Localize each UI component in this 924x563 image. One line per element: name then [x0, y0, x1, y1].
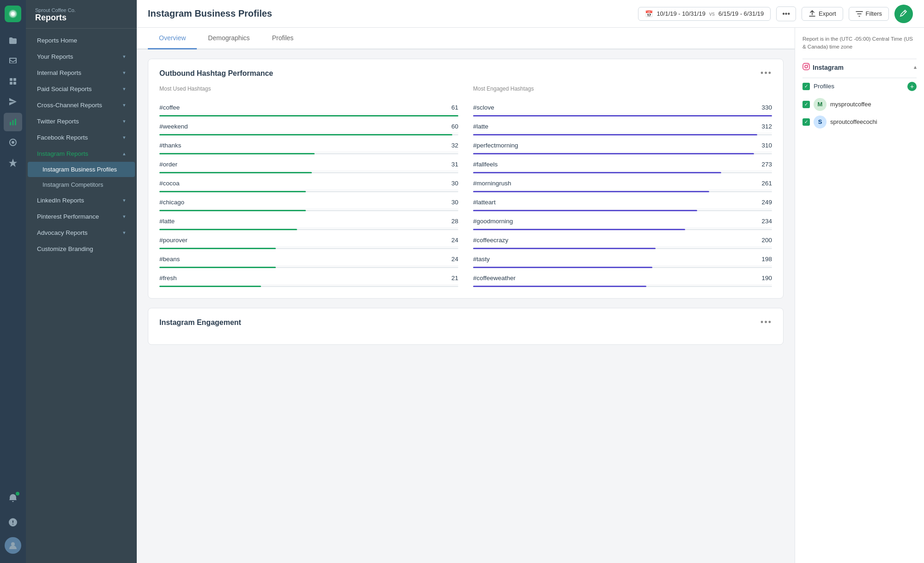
hashtag-bar-wrap	[159, 229, 458, 230]
hashtag-name: #thanks	[159, 142, 440, 149]
hashtag-row: #pourover 24	[159, 232, 458, 251]
chevron-down-icon: ▾	[123, 70, 126, 76]
hashtag-row-inner: #chicago 30	[159, 196, 458, 209]
hashtag-bar-wrap	[159, 134, 458, 135]
sidebar-item-linkedin[interactable]: LinkedIn Reports ▾	[28, 192, 135, 208]
calendar-icon: 📅	[645, 10, 653, 18]
chevron-down-icon: ▾	[123, 102, 126, 108]
svg-point-10	[11, 542, 15, 546]
sidebar-item-paid-social[interactable]: Paid Social Reports ▾	[28, 81, 135, 97]
engagement-panel-menu[interactable]: •••	[760, 318, 772, 327]
user-avatar[interactable]	[5, 537, 21, 554]
profile-item[interactable]: ✓ S sproutcoffeecochi	[802, 113, 917, 131]
hashtag-bar-wrap	[159, 248, 458, 249]
hashtag-bar	[473, 210, 697, 211]
sidebar-sub-instagram-business[interactable]: Instagram Business Profiles	[28, 162, 135, 177]
date-range-button[interactable]: 📅 10/1/19 - 10/31/19 vs 6/15/19 - 6/31/1…	[638, 7, 771, 21]
export-button[interactable]: Export	[802, 7, 843, 21]
filters-button[interactable]: Filters	[849, 7, 889, 21]
compose-button[interactable]	[894, 5, 913, 23]
sidebar-item-customize-branding[interactable]: Customize Branding	[28, 241, 135, 257]
sidebar-item-cross-channel[interactable]: Cross-Channel Reports ▾	[28, 97, 135, 113]
hashtag-count: 60	[444, 123, 458, 130]
hashtag-bar	[473, 248, 656, 249]
hashtag-bar	[473, 267, 652, 268]
hashtag-count: 198	[757, 256, 772, 263]
hashtag-row-inner: #thanks 32	[159, 139, 458, 152]
hashtag-bar	[473, 153, 754, 154]
sidebar-item-reports-home[interactable]: Reports Home	[28, 32, 135, 49]
profile-checkbox[interactable]: ✓	[802, 101, 810, 108]
collapse-icon[interactable]: ▴	[914, 64, 917, 70]
nav-reports-icon[interactable]	[4, 113, 22, 131]
svg-rect-5	[10, 122, 11, 125]
hashtag-name: #beans	[159, 256, 440, 263]
hashtag-name: #goodmorning	[473, 218, 754, 225]
sidebar-item-facebook[interactable]: Facebook Reports ▾	[28, 129, 135, 146]
tab-demographics[interactable]: Demographics	[197, 28, 261, 49]
profile-avatar: S	[814, 116, 827, 129]
hashtag-bar-wrap	[473, 115, 772, 116]
hashtag-bar	[473, 115, 772, 116]
hashtag-row-inner: #latteart 249	[473, 196, 772, 209]
hashtag-bar	[159, 153, 315, 154]
hashtag-count: 32	[444, 142, 458, 149]
hashtag-bar	[159, 115, 458, 116]
hashtag-row: #coffee 61	[159, 99, 458, 118]
hashtag-count: 61	[444, 104, 458, 111]
nav-star-icon[interactable]	[4, 153, 22, 172]
hashtag-row-inner: #fresh 21	[159, 272, 458, 285]
chevron-down-icon: ▾	[123, 230, 126, 236]
right-sidebar: Report is in the (UTC -05:00) Central Ti…	[795, 28, 924, 563]
sidebar-item-pinterest[interactable]: Pinterest Performance ▾	[28, 208, 135, 225]
divider	[802, 59, 917, 59]
hashtag-bar-wrap	[159, 153, 458, 154]
profiles-checkbox[interactable]: ✓	[802, 83, 810, 90]
tab-profiles[interactable]: Profiles	[261, 28, 305, 49]
hashtag-name: #coffee	[159, 104, 440, 111]
hashtag-row-inner: #latte 28	[159, 215, 458, 228]
chevron-down-icon: ▾	[123, 86, 126, 92]
sidebar-item-instagram[interactable]: Instagram Reports ▴	[28, 146, 135, 162]
hashtag-count: 31	[444, 161, 458, 168]
hashtag-grid: Most Used Hashtags #coffee 61 #weekend 6…	[159, 86, 772, 289]
page-title: Instagram Business Profiles	[148, 8, 632, 19]
sidebar-item-internal-reports[interactable]: Internal Reports ▾	[28, 65, 135, 81]
help-icon[interactable]	[4, 513, 22, 532]
nav-send-icon[interactable]	[4, 92, 22, 111]
report-tabs: Overview Demographics Profiles	[137, 28, 795, 49]
sidebar-item-advocacy[interactable]: Advocacy Reports ▾	[28, 225, 135, 241]
svg-point-13	[808, 64, 808, 65]
hashtag-bar	[473, 134, 757, 135]
nav-publish-icon[interactable]	[4, 72, 22, 91]
hashtag-row-inner: #beans 24	[159, 253, 458, 266]
hashtag-name: #pourover	[159, 237, 440, 244]
app-logo[interactable]	[5, 6, 21, 22]
profile-list: ✓ M mysproutcoffee ✓ S sproutcoffeecochi	[802, 96, 917, 131]
hashtag-row-inner: #coffeecrazy 200	[473, 234, 772, 247]
nav-campaigns-icon[interactable]	[4, 133, 22, 152]
tab-overview[interactable]: Overview	[148, 28, 197, 49]
nav-folder-icon[interactable]	[4, 31, 22, 50]
instagram-section-header: Instagram ▴	[802, 63, 917, 72]
sidebar-sub-instagram-competitors[interactable]: Instagram Competitors	[28, 177, 135, 192]
sidebar-item-twitter[interactable]: Twitter Reports ▾	[28, 113, 135, 129]
hashtag-name: #morningrush	[473, 180, 754, 187]
add-profile-button[interactable]: +	[907, 82, 917, 91]
sidebar-item-your-reports[interactable]: Your Reports ▾	[28, 49, 135, 65]
profile-item[interactable]: ✓ M mysproutcoffee	[802, 96, 917, 113]
notifications-icon[interactable]	[4, 489, 22, 508]
more-options-button[interactable]: •••	[776, 6, 796, 21]
most-engaged-col: Most Engaged Hashtags #sclove 330 #latte…	[473, 86, 772, 289]
hashtag-bar-wrap	[473, 153, 772, 154]
hashtag-panel-menu[interactable]: •••	[760, 68, 772, 78]
hashtag-name: #order	[159, 161, 440, 168]
hashtag-row: #coffeeweather 190	[473, 270, 772, 289]
hashtag-count: 24	[444, 256, 458, 263]
profile-checkbox[interactable]: ✓	[802, 118, 810, 126]
most-used-header: Most Used Hashtags	[159, 86, 458, 94]
hashtag-row-inner: #weekend 60	[159, 120, 458, 133]
hashtag-bar	[473, 286, 646, 287]
nav-inbox-icon[interactable]	[4, 52, 22, 70]
svg-rect-11	[803, 63, 809, 70]
